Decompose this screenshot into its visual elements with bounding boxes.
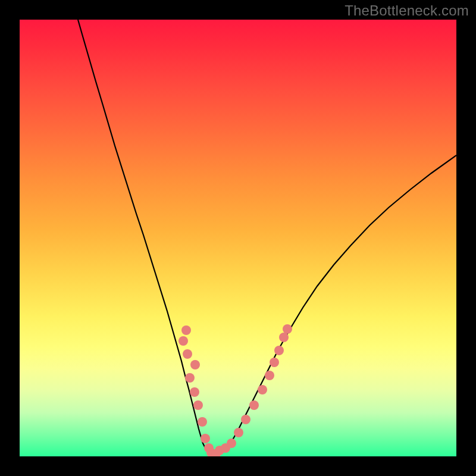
- data-dot: [185, 373, 195, 383]
- data-dot: [198, 417, 207, 427]
- data-dot: [270, 358, 279, 367]
- data-dot: [190, 387, 199, 397]
- watermark-text: TheBottleneck.com: [345, 2, 469, 19]
- chart-frame: TheBottleneck.com: [0, 0, 476, 476]
- data-dot: [249, 400, 259, 410]
- data-dot: [274, 346, 284, 355]
- chart-overlay: [20, 20, 456, 456]
- bottleneck-curve: [78, 20, 456, 455]
- data-dot: [241, 415, 250, 424]
- data-dot: [178, 336, 188, 346]
- data-dot: [190, 360, 200, 369]
- data-dot: [283, 324, 292, 334]
- data-dot: [201, 434, 210, 443]
- data-dot: [265, 371, 274, 380]
- data-dot: [279, 333, 289, 342]
- right-dot-cluster: [215, 324, 292, 455]
- data-dot: [234, 428, 243, 437]
- plot-area: [20, 20, 456, 456]
- data-dot: [193, 400, 203, 410]
- data-dot: [183, 349, 192, 359]
- data-dot: [258, 385, 267, 394]
- left-dot-cluster: [178, 325, 214, 453]
- data-dot: [181, 325, 191, 335]
- data-dot: [227, 439, 236, 448]
